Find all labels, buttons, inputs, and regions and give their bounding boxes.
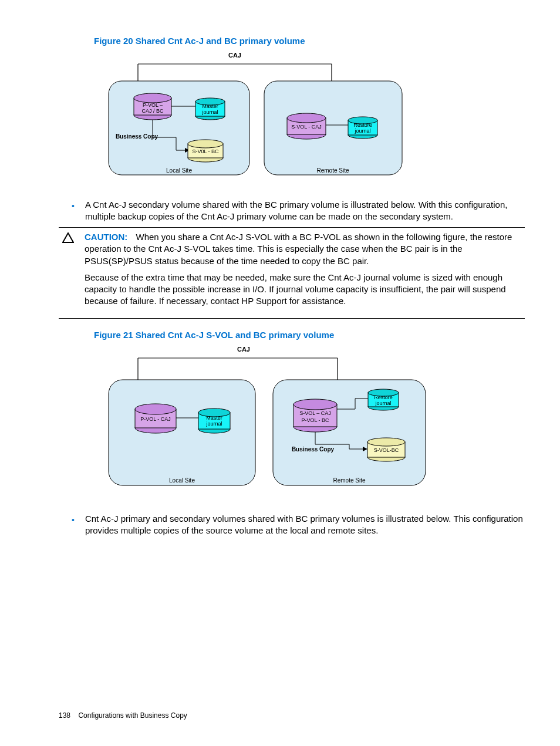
svg-point-24	[287, 113, 326, 123]
bullet-icon: •	[72, 200, 75, 223]
svg-text:Restore: Restore	[353, 122, 372, 128]
fig2-top-label: CAJ	[237, 346, 250, 353]
fig1-remote-restore-journal: Restore journal	[348, 117, 377, 139]
figure-21-title: Figure 21 Shared Cnt Ac-J S-VOL and BC p…	[94, 329, 525, 341]
fig1-local-pvol: P-VOL – CAJ / BC	[134, 93, 171, 120]
fig2-remote-site-label: Remote Site	[333, 477, 365, 484]
svg-rect-36	[109, 380, 255, 485]
fig2-bc-label: Business Copy	[292, 446, 335, 453]
svg-text:journal: journal	[375, 400, 391, 406]
fig2-remote-restore-journal: Restore journal	[368, 389, 399, 410]
svg-rect-37	[273, 380, 426, 485]
svg-text:CAJ / BC: CAJ / BC	[141, 108, 164, 114]
caution-icon	[59, 231, 85, 312]
svg-text:P-VOL - BC: P-VOL - BC	[301, 417, 329, 423]
footer-section: Configurations with Business Copy	[78, 711, 187, 720]
fig2-remote-svol: S-VOL – CAJ P-VOL - BC	[294, 399, 337, 432]
fig2-local-pvol: P-VOL - CAJ	[135, 404, 176, 433]
bullet-2-text: Cnt Ac-J primary and secondary volumes s…	[85, 513, 525, 537]
svg-text:S-VOL-BC: S-VOL-BC	[374, 447, 399, 453]
fig2-remote-svol-bc: S-VOL-BC	[367, 438, 405, 461]
svg-text:P-VOL –: P-VOL –	[143, 102, 163, 108]
caution-label: CAUTION:	[85, 232, 127, 242]
fig1-local-svol-bc: S-V0L - BC	[188, 140, 223, 162]
svg-text:journal: journal	[354, 128, 370, 134]
svg-text:S-VOL - CAJ: S-VOL - CAJ	[291, 124, 322, 130]
caution-paragraph-2: Because of the extra time that may be ne…	[85, 272, 525, 308]
figure-20-diagram: CAJ Local Site Remote Site P-VOL – CAJ /…	[103, 50, 525, 185]
svg-point-7	[134, 93, 171, 103]
caution-p1-text: When you share a Cnt Ac-J S-VOL with a B…	[85, 232, 512, 266]
figure-20-title: Figure 20 Shared Cnt Ac-J and BC primary…	[94, 35, 525, 47]
fig1-remote-svol: S-VOL - CAJ	[287, 113, 326, 139]
bullet-1-text: A Cnt Ac-J secondary volume shared with …	[85, 199, 525, 223]
fig1-bc-label: Business Copy	[116, 133, 158, 140]
page-footer: 138 Configurations with Business Copy	[59, 711, 187, 720]
page-number: 138	[59, 711, 70, 720]
svg-rect-3	[109, 81, 249, 175]
fig2-local-site-label: Local Site	[169, 477, 195, 484]
fig1-remote-site-label: Remote Site	[316, 167, 349, 174]
caution-paragraph-1: CAUTION: When you share a Cnt Ac-J S-VOL…	[85, 231, 525, 267]
svg-text:S-V0L - BC: S-V0L - BC	[192, 148, 219, 154]
figure-21-diagram: CAJ Local Site Remote Site P-VOL - CAJ	[103, 345, 525, 500]
svg-text:Restore: Restore	[374, 394, 393, 400]
svg-text:journal: journal	[201, 109, 218, 115]
fig1-top-label: CAJ	[228, 52, 241, 59]
fig1-local-master-journal: Master journal	[195, 98, 225, 120]
svg-point-62	[367, 438, 405, 446]
svg-point-20	[188, 140, 223, 148]
svg-text:journal: journal	[205, 421, 222, 427]
bullet-1: • A Cnt Ac-J secondary volume shared wit…	[72, 199, 525, 223]
fig2-local-master-journal: Master journal	[198, 409, 230, 433]
svg-point-40	[135, 404, 176, 414]
svg-rect-4	[264, 81, 402, 175]
bullet-2: • Cnt Ac-J primary and secondary volumes…	[72, 513, 525, 537]
svg-text:Master: Master	[206, 415, 222, 421]
svg-text:Master: Master	[202, 103, 218, 109]
svg-marker-32	[63, 233, 73, 242]
svg-text:P-VOL - CAJ: P-VOL - CAJ	[140, 416, 171, 422]
svg-point-50	[294, 399, 337, 410]
fig1-local-site-label: Local Site	[166, 167, 192, 174]
svg-text:S-VOL – CAJ: S-VOL – CAJ	[299, 410, 331, 416]
bullet-icon: •	[72, 514, 75, 537]
caution-block: CAUTION: When you share a Cnt Ac-J S-VOL…	[59, 227, 525, 319]
